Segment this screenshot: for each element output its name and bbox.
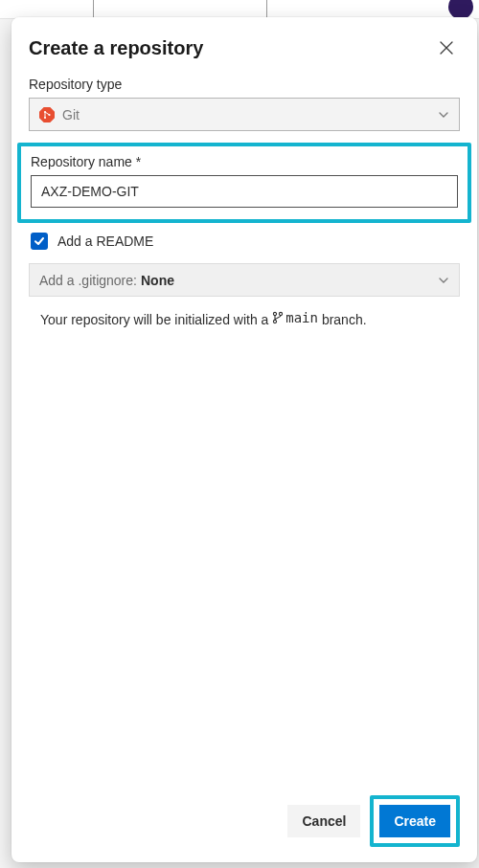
branch-ref: main bbox=[272, 310, 318, 325]
background: Create a repository Repository type Git bbox=[0, 0, 479, 868]
git-icon bbox=[39, 107, 55, 122]
create-repository-dialog: Create a repository Repository type Git bbox=[11, 17, 477, 862]
dialog-footer: Cancel Create bbox=[29, 795, 460, 847]
close-icon bbox=[440, 41, 453, 55]
svg-point-4 bbox=[274, 312, 277, 315]
cancel-button[interactable]: Cancel bbox=[287, 805, 360, 837]
repository-name-input[interactable] bbox=[31, 175, 458, 208]
create-button[interactable]: Create bbox=[379, 805, 450, 837]
gitignore-value: None bbox=[141, 273, 438, 288]
branch-icon bbox=[272, 311, 284, 324]
dialog-header: Create a repository bbox=[29, 34, 460, 61]
create-button-highlight: Create bbox=[370, 795, 460, 847]
repository-type-field: Repository type Git bbox=[29, 77, 460, 131]
gitignore-prefix: Add a .gitignore: bbox=[39, 273, 137, 288]
repository-type-label: Repository type bbox=[29, 77, 460, 92]
repository-name-field: Repository name * bbox=[31, 154, 458, 208]
chevron-down-icon bbox=[438, 275, 449, 286]
svg-rect-0 bbox=[39, 107, 55, 122]
close-button[interactable] bbox=[433, 34, 460, 61]
repository-name-highlight: Repository name * bbox=[17, 143, 471, 223]
initialize-info: Your repository will be initialized with… bbox=[29, 310, 460, 327]
add-readme-label: Add a README bbox=[57, 234, 153, 249]
add-readme-row[interactable]: Add a README bbox=[29, 233, 460, 250]
top-bar bbox=[0, 0, 479, 19]
info-suffix: branch. bbox=[322, 312, 367, 327]
repository-type-value: Git bbox=[62, 107, 438, 122]
repository-name-label: Repository name * bbox=[31, 154, 458, 169]
dialog-title: Create a repository bbox=[29, 37, 203, 59]
svg-point-5 bbox=[280, 312, 283, 315]
repository-type-select[interactable]: Git bbox=[29, 98, 460, 131]
avatar bbox=[448, 0, 473, 19]
gitignore-select[interactable]: Add a .gitignore: None bbox=[29, 263, 460, 297]
branch-name: main bbox=[285, 310, 318, 325]
info-prefix: Your repository will be initialized with… bbox=[40, 312, 272, 327]
chevron-down-icon bbox=[438, 109, 449, 121]
add-readme-checkbox[interactable] bbox=[31, 233, 48, 250]
svg-point-6 bbox=[274, 320, 277, 323]
check-icon bbox=[34, 235, 45, 247]
